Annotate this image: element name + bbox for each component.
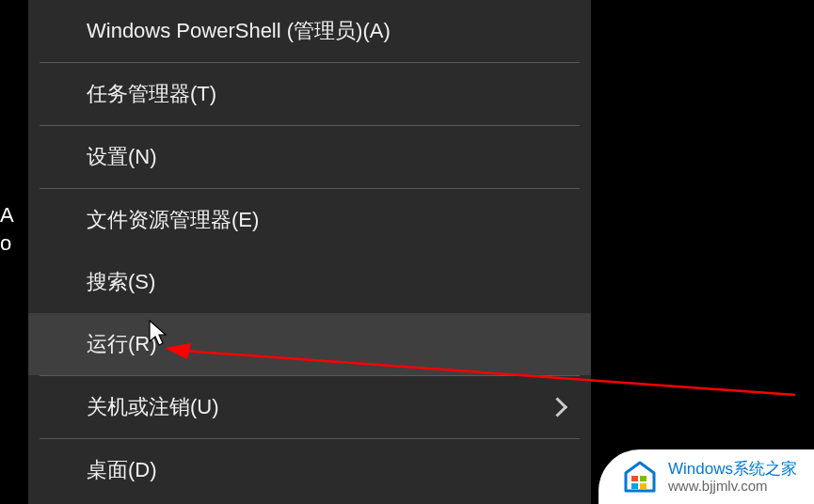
menu-item-label: Windows PowerShell (管理员)(A) [87,19,391,42]
menu-item-label: 任务管理器(T) [87,82,216,105]
svg-rect-5 [640,483,646,489]
text-fragment: o [0,229,14,258]
menu-item-powershell-admin[interactable]: Windows PowerShell (管理员)(A) [28,0,591,62]
menu-item-shutdown-signout[interactable]: 关机或注销(U) [28,376,591,438]
menu-item-label: 设置(N) [87,145,157,168]
cropped-background-text: A o [0,201,14,258]
menu-item-label: 桌面(D) [87,458,157,481]
menu-item-label: 运行(R) [87,332,157,355]
watermark-logo-icon [621,459,659,496]
menu-item-search[interactable]: 搜索(S) [28,251,591,313]
svg-rect-2 [631,476,638,481]
svg-rect-4 [631,483,638,489]
menu-item-run[interactable]: 运行(R) [28,313,591,375]
winx-context-menu: Windows PowerShell (管理员)(A) 任务管理器(T) 设置(… [28,0,591,504]
menu-item-label: 文件资源管理器(E) [87,208,259,231]
watermark-title: Windows系统之家 [668,461,797,479]
menu-item-label: 搜索(S) [87,270,155,293]
watermark-text: Windows系统之家 www.bjjmlv.com [668,461,797,494]
menu-item-desktop[interactable]: 桌面(D) [28,439,591,501]
menu-item-label: 关机或注销(U) [87,395,219,418]
menu-item-file-explorer[interactable]: 文件资源管理器(E) [28,189,591,251]
watermark-badge: Windows系统之家 www.bjjmlv.com [599,449,814,504]
text-fragment: A [0,201,14,229]
menu-item-task-manager[interactable]: 任务管理器(T) [28,63,591,125]
watermark-url: www.bjjmlv.com [668,479,797,495]
menu-item-settings[interactable]: 设置(N) [28,126,591,188]
svg-rect-3 [640,476,646,481]
